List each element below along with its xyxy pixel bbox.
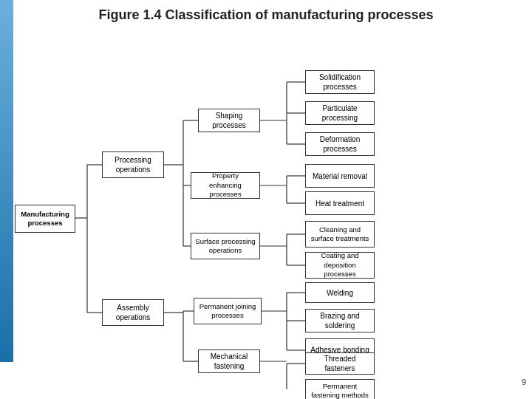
box-deformation: Deformation processes: [305, 132, 375, 156]
box-cleaning-surface: Cleaning and surface treatments: [305, 221, 375, 248]
box-surface-processing: Surface processing operations: [191, 233, 260, 259]
box-processing-operations: Processing operations: [102, 151, 164, 178]
box-coating-deposition: Coating and deposition processes: [305, 252, 375, 279]
box-manufacturing-processes: Manufacturing processes: [15, 205, 75, 233]
box-heat-treatment: Heat treatment: [305, 191, 375, 215]
box-permanent-fastening: Permanent fastening methods: [305, 379, 375, 399]
diagram-area: Manufacturing processes Processing opera…: [0, 27, 532, 389]
box-permanent-joining: Permanent joining processes: [194, 298, 262, 324]
box-solidification: Solidification processes: [305, 70, 375, 94]
box-shaping-processes: Shaping processes: [198, 109, 260, 132]
box-property-enhancing: Property enhancing processes: [191, 172, 260, 199]
box-material-removal: Material removal: [305, 164, 375, 188]
box-brazing-soldering: Brazing and soldering: [305, 309, 375, 332]
box-threaded-fasteners: Threaded fasteners: [305, 352, 375, 375]
box-particulate: Particulate processing: [305, 101, 375, 125]
connectors-svg: [0, 27, 532, 389]
page-title: Figure 1.4 Classification of manufacturi…: [0, 0, 532, 27]
box-assembly-operations: Assembly operations: [102, 299, 164, 326]
box-mechanical-fastening: Mechanical fastening: [198, 349, 260, 373]
box-welding: Welding: [305, 282, 375, 303]
page-number: 9: [522, 378, 526, 386]
